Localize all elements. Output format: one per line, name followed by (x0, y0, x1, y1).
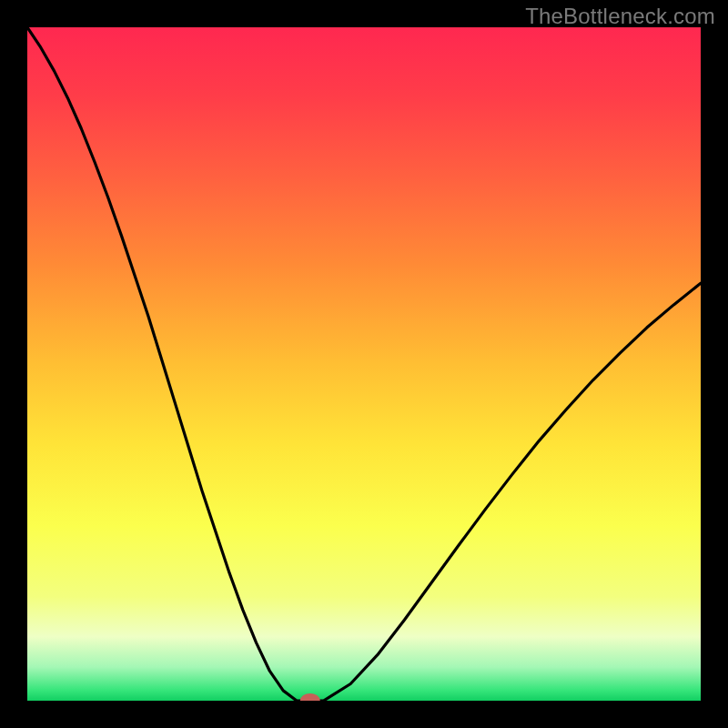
gradient-background (27, 27, 701, 701)
bottleneck-chart (27, 27, 701, 701)
watermark-text: TheBottleneck.com (525, 4, 715, 29)
